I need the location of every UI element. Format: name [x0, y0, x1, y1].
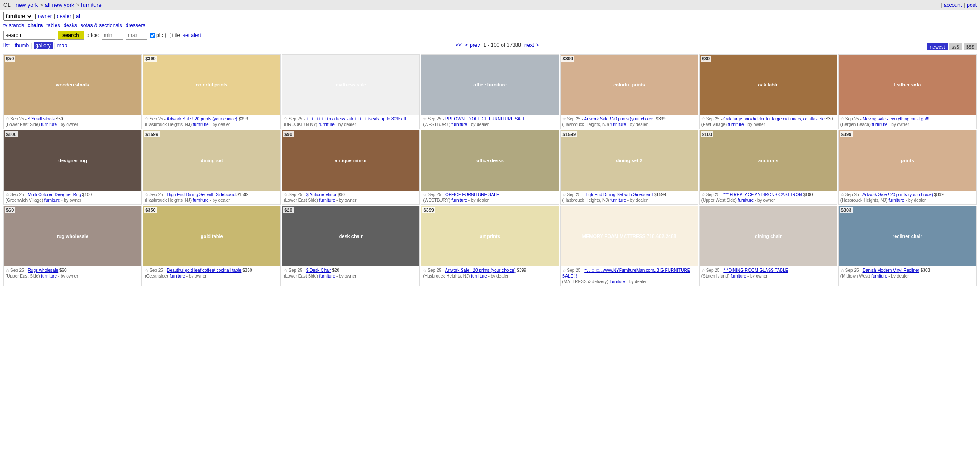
gallery-item[interactable]: office furniture☆Sep 25 - PREOWNED OFFIC…: [421, 54, 559, 129]
item-category-link[interactable]: furniture: [319, 274, 335, 278]
gallery-item[interactable]: $399colorful prints☆Sep 25 - Artwork Sal…: [143, 54, 281, 129]
item-title-link[interactable]: Moving sale - everything must go!!!: [862, 117, 929, 121]
item-category-link[interactable]: furniture: [44, 198, 60, 203]
subnav-tv-stands[interactable]: tv stands: [3, 22, 24, 28]
item-category-link[interactable]: furniture: [41, 274, 57, 278]
subnav-dressers[interactable]: dressers: [126, 22, 146, 28]
gallery-item[interactable]: mattress sale☆Sep 25 - +++++++++mattress…: [282, 54, 420, 129]
item-title-link[interactable]: Beautiful gold leaf coffee/ cocktail tab…: [167, 268, 242, 273]
next-link[interactable]: next >: [524, 42, 539, 48]
gallery-item[interactable]: $1599dining set☆Sep 25 - High End Dining…: [143, 130, 281, 205]
gallery-item[interactable]: $350gold table☆Sep 25 - Beautiful gold l…: [143, 206, 281, 286]
subnav-tables[interactable]: tables: [46, 22, 60, 28]
item-category-link[interactable]: furniture: [319, 198, 335, 203]
item-category-link[interactable]: furniture: [319, 122, 335, 127]
gallery-item[interactable]: $399prints☆Sep 25 - Artwork Sale ! 20 pr…: [838, 130, 977, 205]
category-select[interactable]: furniture: [3, 12, 33, 21]
gallery-item[interactable]: $20desk chair☆Sep 25 - $ Desk Chair $20(…: [282, 206, 420, 286]
title-checkbox-label[interactable]: title: [165, 32, 180, 38]
item-title-link[interactable]: OFFICE FURNITURE SALE: [445, 192, 499, 197]
gallery-item[interactable]: $100andirons☆Sep 25 - *** FIREPLACE ANDI…: [699, 130, 837, 205]
item-title-link[interactable]: Danish Modern Vinyl Recliner: [862, 268, 919, 273]
item-category-link[interactable]: furniture: [471, 274, 487, 278]
item-category-link[interactable]: furniture: [451, 198, 467, 203]
gallery-item[interactable]: dining chair☆Sep 25 - ***DINING ROOM GLA…: [699, 206, 837, 286]
item-title-link[interactable]: Artwork Sale ! 20 prints (your choice): [862, 192, 933, 197]
subnav-chairs[interactable]: chairs: [28, 22, 43, 28]
ss-button[interactable]: ss$: [949, 43, 962, 50]
newest-button[interactable]: newest: [927, 43, 948, 50]
item-title-link[interactable]: Artwork Sale ! 20 prints (your choice): [584, 117, 655, 121]
filter-owner[interactable]: owner: [38, 13, 52, 19]
gallery-item[interactable]: $399colorful prints☆Sep 25 - Artwork Sal…: [560, 54, 698, 129]
item-category-link[interactable]: furniture: [41, 122, 57, 127]
item-title-link[interactable]: Oak large bookholder for large dictionar…: [723, 117, 824, 121]
star-icon: ☆: [145, 192, 149, 197]
item-title-link[interactable]: *** FIREPLACE ANDIRONS CAST IRON: [723, 192, 802, 197]
tab-thumb[interactable]: thumb: [15, 43, 29, 49]
tab-map[interactable]: map: [57, 43, 67, 49]
item-category-link[interactable]: furniture: [889, 198, 905, 203]
item-title-link[interactable]: ***DINING ROOM GLASS TABLE: [723, 268, 788, 273]
gallery-item[interactable]: MEMORY FOAM MATTRESS 718-602-2488☆Sep 25…: [560, 206, 698, 286]
item-title-link[interactable]: Rugs wholesale: [28, 268, 59, 273]
gallery-item[interactable]: $1599dining set 2☆Sep 25 - High End Dini…: [560, 130, 698, 205]
subnav-desks[interactable]: desks: [63, 22, 77, 28]
filter-all[interactable]: all: [76, 13, 81, 19]
pic-checkbox[interactable]: [150, 33, 155, 38]
city-link[interactable]: new york: [16, 2, 38, 8]
item-category-link[interactable]: furniture: [731, 274, 747, 278]
star-icon: ☆: [284, 268, 288, 273]
item-category-link[interactable]: furniture: [610, 122, 626, 127]
gallery-item[interactable]: $60rug wholesale☆Sep 25 - Rugs wholesale…: [3, 206, 142, 286]
item-category-link[interactable]: furniture: [871, 274, 887, 278]
item-category-link[interactable]: furniture: [609, 279, 625, 284]
item-date-title: ☆Sep 25 - Multi-Colored Designer Rug $10…: [6, 192, 140, 197]
gallery-item[interactable]: $100designer rug☆Sep 25 - Multi-Colored …: [3, 130, 142, 205]
gallery-item[interactable]: leather sofa☆Sep 25 - Moving sale - ever…: [838, 54, 977, 129]
section-link[interactable]: furniture: [81, 2, 102, 8]
prev-link[interactable]: < prev: [465, 42, 480, 48]
item-title-link[interactable]: High End Dining Set with Sideboard: [584, 192, 653, 197]
item-title-link[interactable]: High End Dining Set with Sideboard: [167, 192, 236, 197]
gallery-item[interactable]: $30oak table☆Sep 25 - Oak large bookhold…: [699, 54, 837, 129]
item-title-link[interactable]: PREOWNED OFFICE FURNITURE SALE: [445, 117, 526, 121]
item-category-link[interactable]: furniture: [738, 198, 754, 203]
price-min-input[interactable]: [102, 31, 123, 40]
prev-prev-link[interactable]: <<: [456, 42, 462, 48]
item-title-link[interactable]: Artwork Sale ! 20 prints (your choice): [167, 117, 237, 121]
gallery-item[interactable]: office desks☆Sep 25 - OFFICE FURNITURE S…: [421, 130, 559, 205]
gallery-item[interactable]: $50wooden stools☆Sep 25 - $ Small stools…: [3, 54, 142, 129]
tab-gallery[interactable]: gallery: [34, 42, 52, 49]
item-title-link[interactable]: $ Desk Chair: [306, 268, 331, 273]
item-category-link[interactable]: furniture: [193, 198, 209, 203]
pic-checkbox-label[interactable]: pic: [150, 32, 163, 38]
item-title-link[interactable]: Multi-Colored Designer Rug: [28, 192, 81, 197]
item-category-link[interactable]: furniture: [193, 122, 209, 127]
set-alert-link[interactable]: set alert: [183, 32, 201, 38]
search-button[interactable]: search: [58, 31, 84, 40]
account-link[interactable]: account: [944, 2, 962, 8]
filter-dealer[interactable]: dealer: [57, 13, 71, 19]
item-category-link[interactable]: furniture: [728, 122, 744, 127]
item-category-link[interactable]: furniture: [610, 198, 626, 203]
item-category-link[interactable]: furniture: [451, 122, 467, 127]
search-input[interactable]: [3, 31, 55, 40]
post-link[interactable]: post: [967, 2, 977, 8]
price-badge: $60: [5, 207, 15, 213]
item-title-link[interactable]: +++++++++mattress sale++++++sealy up to …: [306, 117, 406, 121]
subnav-sofas[interactable]: sofas & sectionals: [81, 22, 122, 28]
tab-list[interactable]: list: [3, 43, 10, 49]
gallery-item[interactable]: $303recliner chair☆Sep 25 - Danish Moder…: [838, 206, 977, 286]
item-title-link[interactable]: $ Small stools: [28, 117, 55, 121]
item-category-link[interactable]: furniture: [872, 122, 888, 127]
gallery-item[interactable]: $399art prints☆Sep 25 - Artwork Sale ! 2…: [421, 206, 559, 286]
gallery-item[interactable]: $90antique mirror☆Sep 25 - $ Antique Mir…: [282, 130, 420, 205]
item-category-link[interactable]: furniture: [169, 274, 185, 278]
price-max-input[interactable]: [126, 31, 147, 40]
dollar-button[interactable]: $$$: [964, 43, 977, 50]
region-link[interactable]: all new york: [45, 2, 74, 8]
item-title-link[interactable]: Artwork Sale ! 20 prints (your choice): [445, 268, 515, 273]
item-title-link[interactable]: $ Antique Mirror: [306, 192, 337, 197]
title-checkbox[interactable]: [165, 33, 171, 38]
